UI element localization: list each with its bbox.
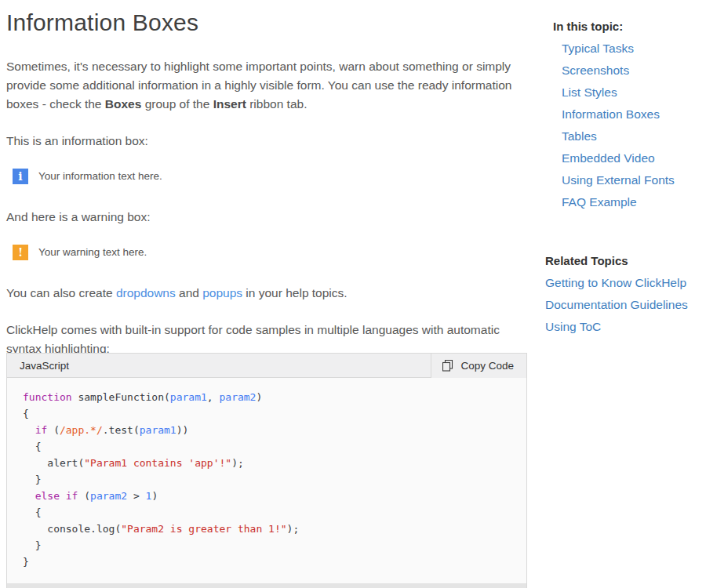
code-line: }	[23, 554, 526, 570]
list-item: Documentation Guidelines	[545, 294, 702, 316]
info-box-intro: This is an information box:	[6, 132, 527, 151]
info-icon: i	[13, 169, 28, 184]
code-line: alert("Param1 contains 'app'!");	[23, 455, 526, 471]
info-box-text: Your information text here.	[38, 170, 162, 182]
copy-code-label: Copy Code	[460, 360, 514, 372]
list-item: Typical Tasks	[562, 38, 702, 60]
code-line: else if (param2 > 1)	[23, 488, 526, 504]
list-item: Information Boxes	[562, 103, 702, 125]
topic-sidebar: In this topic: Typical TasksScreenshotsL…	[545, 16, 702, 338]
topic-link-using-external-fonts[interactable]: Using External Fonts	[562, 173, 675, 187]
list-item: Tables	[562, 125, 702, 147]
topic-link-list-styles[interactable]: List Styles	[562, 85, 617, 99]
code-line: }	[23, 537, 526, 554]
page-title: Information Boxes	[6, 9, 527, 37]
code-language-label: JavaScript	[7, 360, 69, 372]
code-sample-block: JavaScript Copy Code function sampleFunc…	[6, 353, 527, 588]
dropdowns-link[interactable]: dropdowns	[116, 286, 176, 299]
warning-box-intro: And here is a warning box:	[6, 208, 527, 227]
copy-icon	[442, 360, 453, 372]
list-item: FAQ Example	[562, 191, 702, 213]
links-paragraph: You can also create dropdowns and popups…	[6, 284, 527, 303]
list-item: Embedded Video	[562, 147, 702, 169]
warning-box: ! Your warning text here.	[13, 245, 527, 260]
boxes-bold-text: Boxes	[105, 97, 142, 111]
list-item: Getting to Know ClickHelp	[545, 272, 702, 294]
code-line: {	[23, 405, 526, 422]
intro-paragraph: Sometimes, it's necessary to highlight s…	[6, 57, 527, 114]
related-topics-heading: Related Topics	[545, 250, 702, 272]
horizontal-scrollbar[interactable]	[7, 583, 526, 588]
info-box: i Your information text here.	[13, 169, 527, 184]
intro-text-3: ribbon tab.	[246, 97, 308, 111]
code-line: {	[23, 504, 526, 521]
topic-link-screenshots[interactable]: Screenshots	[562, 64, 629, 77]
article: Information Boxes Sometimes, it's necess…	[6, 9, 527, 376]
in-this-topic-heading: In this topic:	[553, 16, 702, 38]
links-text-1: You can also create	[6, 286, 116, 299]
code-sample-header: JavaScript Copy Code	[7, 354, 526, 378]
list-item: List Styles	[562, 82, 702, 103]
links-text-2: and	[176, 286, 202, 299]
topic-link-faq-example[interactable]: FAQ Example	[562, 195, 637, 209]
list-item: Using ToC	[545, 316, 702, 338]
topic-link-tables[interactable]: Tables	[562, 129, 597, 143]
intro-text-2: group of the	[141, 97, 213, 111]
insert-bold-text: Insert	[213, 97, 246, 111]
code-line: function sampleFunction(param1, param2)	[23, 389, 526, 405]
popups-link[interactable]: popups	[202, 286, 242, 299]
related-link-getting-to-know-clickhelp[interactable]: Getting to Know ClickHelp	[545, 276, 686, 289]
related-link-using-toc[interactable]: Using ToC	[545, 320, 601, 333]
links-text-3: in your help topics.	[242, 286, 348, 299]
topic-link-embedded-video[interactable]: Embedded Video	[562, 151, 655, 165]
help-topic-page: Information Boxes Sometimes, it's necess…	[0, 0, 706, 588]
related-topics-list: Getting to Know ClickHelpDocumentation G…	[545, 272, 702, 338]
topic-link-information-boxes[interactable]: Information Boxes	[562, 107, 660, 121]
topic-link-typical-tasks[interactable]: Typical Tasks	[562, 42, 634, 55]
code-content: function sampleFunction(param1, param2){…	[7, 378, 526, 570]
code-line: if (/app.*/.test(param1))	[23, 422, 526, 438]
related-topics-section: Related Topics Getting to Know ClickHelp…	[545, 250, 702, 338]
list-item: Screenshots	[562, 60, 702, 82]
in-this-topic-list: Typical TasksScreenshotsList StylesInfor…	[562, 38, 702, 213]
code-line: }	[23, 471, 526, 488]
warning-box-text: Your warning text here.	[38, 246, 147, 258]
copy-code-button[interactable]: Copy Code	[431, 354, 526, 378]
in-this-topic-section: In this topic: Typical TasksScreenshotsL…	[545, 16, 702, 213]
list-item: Using External Fonts	[562, 169, 702, 191]
code-line: console.log("Param2 is greater than 1!")…	[23, 521, 526, 537]
related-link-documentation-guidelines[interactable]: Documentation Guidelines	[545, 298, 688, 311]
warning-icon: !	[13, 245, 28, 260]
code-line: {	[23, 438, 526, 455]
